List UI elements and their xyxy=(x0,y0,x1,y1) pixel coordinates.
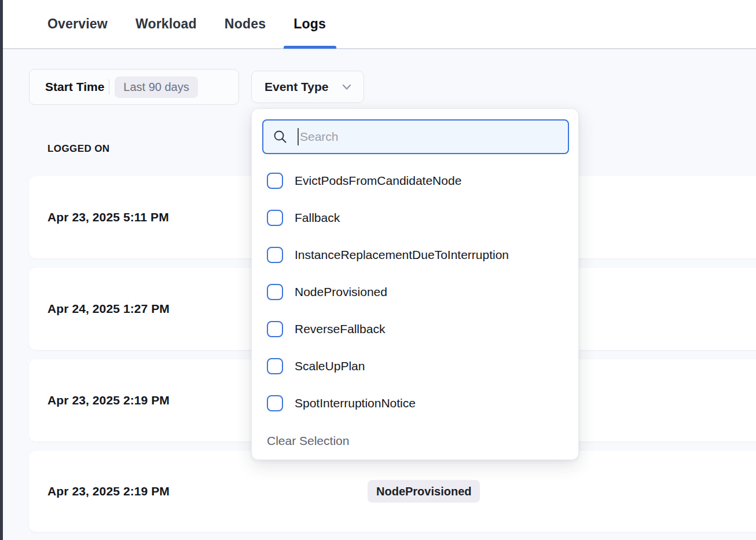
logged-on-timestamp: Apr 24, 2025 1:27 PM xyxy=(47,302,170,316)
option-label: ReverseFallback xyxy=(295,322,385,336)
start-time-filter[interactable]: Start Time Last 90 days xyxy=(29,69,239,105)
option-fallback[interactable]: Fallback xyxy=(252,199,578,236)
chevron-down-icon xyxy=(340,81,353,93)
option-reversefallback[interactable]: ReverseFallback xyxy=(252,311,578,348)
option-scaleupplan[interactable]: ScaleUpPlan xyxy=(252,348,578,385)
tab-workload-label: Workload xyxy=(135,16,197,32)
option-evictpodsfromcandidatenode[interactable]: EvictPodsFromCandidateNode xyxy=(252,162,578,199)
log-table-row[interactable]: Apr 23, 2025 2:19 PM NodeProvisioned xyxy=(29,451,756,532)
option-spotinterruptionnotice[interactable]: SpotInterruptionNotice xyxy=(252,385,578,422)
event-type-filter-button[interactable]: Event Type xyxy=(251,71,364,103)
clear-selection-link[interactable]: Clear Selection xyxy=(267,434,349,448)
event-type-option-list: EvictPodsFromCandidateNode Fallback Inst… xyxy=(252,162,578,422)
option-label: NodeProvisioned xyxy=(295,285,387,299)
dropdown-search-box[interactable] xyxy=(262,119,569,154)
tab-logs[interactable]: Logs xyxy=(293,0,326,49)
option-label: EvictPodsFromCandidateNode xyxy=(295,174,461,188)
option-nodeprovisioned[interactable]: NodeProvisioned xyxy=(252,273,578,311)
filter-divider xyxy=(109,79,109,94)
option-label: SpotInterruptionNotice xyxy=(295,396,416,410)
event-type-badge: NodeProvisioned xyxy=(368,480,480,503)
tab-overview[interactable]: Overview xyxy=(47,0,108,49)
column-header-logged-on: LOGGED ON xyxy=(47,143,110,155)
option-instancereplacementduetointerruption[interactable]: InstanceReplacementDueToInterruption xyxy=(252,236,578,273)
event-type-dropdown-panel: EvictPodsFromCandidateNode Fallback Inst… xyxy=(251,108,579,460)
logged-on-timestamp: Apr 23, 2025 2:19 PM xyxy=(47,484,170,498)
checkbox[interactable] xyxy=(267,321,283,337)
left-sidebar-edge xyxy=(0,0,3,540)
logged-on-timestamp: Apr 23, 2025 5:11 PM xyxy=(47,210,169,224)
checkbox[interactable] xyxy=(267,210,283,226)
option-label: ScaleUpPlan xyxy=(295,359,365,373)
logged-on-timestamp: Apr 23, 2025 2:19 PM xyxy=(47,393,170,407)
tab-nodes-label: Nodes xyxy=(225,16,266,32)
tab-nodes[interactable]: Nodes xyxy=(225,0,266,49)
option-label: Fallback xyxy=(295,211,340,225)
tab-logs-label: Logs xyxy=(293,16,326,32)
checkbox[interactable] xyxy=(267,358,283,374)
tab-workload[interactable]: Workload xyxy=(135,0,197,49)
event-type-label: Event Type xyxy=(265,80,340,94)
search-icon xyxy=(273,129,288,144)
start-time-value-pill[interactable]: Last 90 days xyxy=(115,76,197,98)
start-time-label: Start Time xyxy=(45,80,104,94)
tab-overview-label: Overview xyxy=(47,16,108,32)
active-tab-indicator xyxy=(284,46,336,49)
checkbox[interactable] xyxy=(267,284,283,300)
checkbox[interactable] xyxy=(267,173,283,189)
checkbox[interactable] xyxy=(267,395,283,411)
checkbox[interactable] xyxy=(267,247,283,263)
option-label: InstanceReplacementDueToInterruption xyxy=(295,248,509,262)
tab-bar: Overview Workload Nodes Logs xyxy=(0,0,756,49)
search-input[interactable] xyxy=(299,130,568,144)
